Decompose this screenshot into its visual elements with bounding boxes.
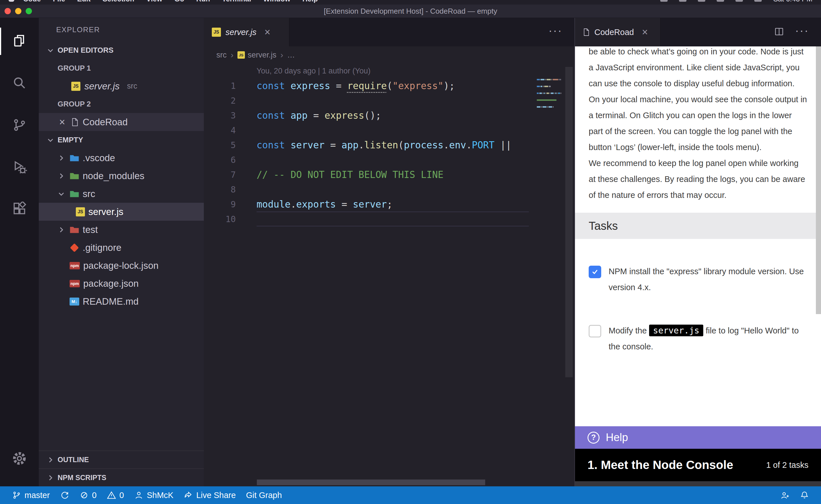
menu-selection[interactable]: Selection [97,0,140,3]
window-title: [Extension Development Host] - CodeRoad … [0,7,821,16]
status-sync[interactable] [55,486,74,504]
open-editor-coderoad[interactable]: ×CodeRoad [39,113,204,131]
activity-search-button[interactable] [0,62,39,105]
code-line-9[interactable]: 9module.exports = server; [204,197,529,212]
js-file-icon: JS [71,82,80,91]
breadcrumb-item-item[interactable]: … [287,51,295,60]
menu-go[interactable]: Go [168,0,190,3]
battery-icon[interactable] [679,0,687,2]
tree-item-src[interactable]: src [39,185,204,203]
code-editor[interactable]: You, 20 days ago | 1 author (You)1const … [204,63,574,486]
display-icon[interactable] [660,0,668,2]
source-control-icon [12,117,27,134]
menu-code[interactable]: Code [17,0,47,3]
status-live-share[interactable]: Live Share [178,486,241,504]
tree-item-gitignore[interactable]: .gitignore [39,239,204,257]
vscode-folder-icon [70,154,79,162]
sync-icon [60,491,69,500]
menu-bar-clock[interactable]: Sat 6:43 PM [773,0,812,3]
section-npm-scripts[interactable]: NPM SCRIPTS [39,468,204,486]
webview-scrollbar[interactable] [816,46,821,314]
menu-run[interactable]: Run [190,0,216,3]
status-master[interactable]: master [7,486,55,504]
task-checkbox[interactable] [589,266,601,278]
tab-server-js[interactable]: JS server.js × [204,18,289,46]
control-center-icon[interactable] [736,0,743,2]
minimap[interactable] [537,79,561,113]
menu-file[interactable]: File [47,0,71,3]
npm-file-icon: npm [70,262,80,269]
activity-extensions-button[interactable] [0,189,39,231]
code-line-10[interactable]: 10 [204,212,529,226]
code-line-1[interactable]: 1const express = require("express"); [204,78,529,93]
tree-item-readme-md[interactable]: M↓README.md [39,292,204,310]
keyboard-icon[interactable] [754,0,762,2]
line-number: 8 [204,185,236,194]
chevron-right-icon [46,456,55,464]
menu-window[interactable]: Window [257,0,297,3]
minimize-window-button[interactable] [15,8,21,14]
status-0[interactable]: 0 [102,486,129,504]
tree-item-package-lock-json[interactable]: npmpackage-lock.json [39,257,204,274]
tree-item-node-modules[interactable]: node_modules [39,167,204,185]
vertical-scrollbar[interactable] [563,63,574,486]
close-icon[interactable]: × [642,26,648,38]
status-shmck[interactable]: ShMcK [129,486,178,504]
code-line-4[interactable]: 4 [204,123,529,138]
activity-explorer-button[interactable] [0,20,39,62]
lesson-header: 1. Meet the Node Console 1 of 2 tasks [575,449,821,481]
code-line-7[interactable]: 7// -- DO NOT EDIT BELOW THIS LINE [204,167,529,182]
file-icon [583,28,590,36]
code-line-3[interactable]: 3const app = express(); [204,108,529,123]
close-icon[interactable]: × [57,116,67,128]
code-line-8[interactable]: 8 [204,182,529,197]
open-editor-server-js[interactable]: JSserver.jssrc [39,77,204,95]
section-workspace-empty[interactable]: EMPTY [39,131,204,149]
breadcrumb-item-server-js[interactable]: JSserver.js [238,51,277,60]
zoom-window-button[interactable] [26,8,32,14]
line-number: 1 [204,81,236,91]
horizontal-scrollbar-thumb[interactable] [257,480,485,485]
split-editor-icon[interactable] [774,26,784,38]
section-open-editors[interactable]: OPEN EDITORS [39,41,204,59]
run-debug-icon [12,159,27,176]
horizontal-scrollbar[interactable] [257,480,529,485]
open-editors-group-2: GROUP 2 [39,95,204,113]
vertical-scrollbar-thumb[interactable] [565,67,573,377]
tree-item-test[interactable]: test [39,221,204,239]
breadcrumb-item-src[interactable]: src [217,51,227,60]
activity-source-control-button[interactable] [0,105,39,147]
task-checkbox[interactable] [589,325,601,337]
node-modules-folder-icon [70,172,79,180]
wifi-icon[interactable] [698,0,705,2]
tab-coderoad[interactable]: CodeRoad × [575,18,661,46]
status-bell[interactable] [795,486,814,504]
status-0[interactable]: 0 [74,486,102,504]
status-person-add[interactable] [775,486,795,504]
apple-menu-icon[interactable] [9,0,14,2]
menu-terminal[interactable]: Terminal [216,0,257,3]
panel-bottom-strip [575,481,821,486]
section-outline[interactable]: OUTLINE [39,450,204,468]
tree-item-package-json[interactable]: npmpackage.json [39,274,204,292]
tree-item-server-js[interactable]: JSserver.js [39,203,204,221]
help-bar[interactable]: ? Help [575,426,821,449]
workbench: EXPLORER OPEN EDITORS GROUP 1JSserver.js… [0,18,821,486]
more-actions-icon[interactable]: ··· [548,25,562,36]
more-actions-icon[interactable]: ··· [795,25,809,36]
code-line-6[interactable]: 6 [204,152,529,167]
spotlight-icon[interactable] [717,0,724,2]
tree-item-vscode[interactable]: .vscode [39,149,204,167]
close-icon[interactable]: × [265,26,271,38]
menu-view[interactable]: View [140,0,168,3]
close-window-button[interactable] [5,8,11,14]
code-line-2[interactable]: 2 [204,93,529,108]
menu-edit[interactable]: Edit [71,0,97,3]
activity-run-debug-button[interactable] [0,147,39,189]
task-text: Modify the server.js file to log "Hello … [608,323,807,355]
code-line-5[interactable]: 5const server = app.listen(process.env.P… [204,138,529,152]
explorer-icon [12,33,27,50]
menu-help[interactable]: Help [297,0,324,3]
status-git-graph[interactable]: Git Graph [241,486,287,504]
activity-settings-button[interactable] [0,438,39,480]
